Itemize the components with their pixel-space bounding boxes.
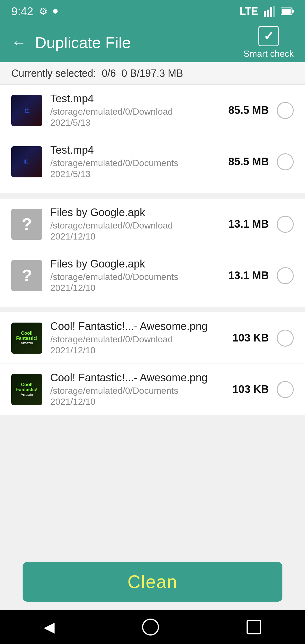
file-path: /storage/emulated/0/Download xyxy=(50,334,216,345)
header: ← Duplicate File Smart check xyxy=(0,23,305,62)
file-path: /storage/emulated/0/Documents xyxy=(50,158,216,168)
file-path: /storage/emulated/0/Documents xyxy=(50,386,216,396)
file-group-2: ? Files by Google.apk /storage/emulated/… xyxy=(0,199,305,301)
file-size: 103 KB xyxy=(224,383,269,395)
battery-icon xyxy=(281,7,294,15)
file-name: Cool! Fantastic!...- Awesome.png xyxy=(50,372,216,384)
awesome-thumb: Cool! Fantastic! Amazin xyxy=(11,323,42,354)
lte-label: LTE xyxy=(240,5,258,17)
svg-rect-1 xyxy=(267,10,269,17)
signal-icon xyxy=(264,6,275,17)
awesome-thumb-title2: Fantastic! xyxy=(16,336,38,341)
awesome-thumb-title: Cool! xyxy=(21,331,33,336)
settings-icon: ⚙ xyxy=(39,6,47,17)
file-list: 社 Test.mp4 /storage/emulated/0/Download … xyxy=(0,85,305,415)
list-item[interactable]: Cool! Fantastic! Amazin Cool! Fantastic!… xyxy=(0,312,305,364)
file-path: /storage/emulated/0/Documents xyxy=(50,272,216,282)
selection-label: Currently selected: xyxy=(11,68,96,79)
selection-count: 0/6 xyxy=(102,68,116,79)
page-title: Duplicate File xyxy=(35,33,131,52)
file-checkbox[interactable] xyxy=(277,216,294,233)
nav-bar: ◀ xyxy=(0,610,305,644)
file-date: 2021/12/10 xyxy=(50,345,216,356)
file-checkbox[interactable] xyxy=(277,267,294,284)
file-info: Cool! Fantastic!...- Awesome.png /storag… xyxy=(50,372,216,407)
file-date: 2021/5/13 xyxy=(50,118,216,128)
smart-check-button[interactable]: Smart check xyxy=(243,26,294,59)
file-checkbox[interactable] xyxy=(277,381,294,398)
file-info: Test.mp4 /storage/emulated/0/Documents 2… xyxy=(50,144,216,179)
file-info: Files by Google.apk /storage/emulated/0/… xyxy=(50,258,216,293)
file-name: Files by Google.apk xyxy=(50,206,216,219)
file-date: 2021/12/10 xyxy=(50,283,216,293)
svg-rect-2 xyxy=(270,7,272,17)
header-left: ← Duplicate File xyxy=(11,33,131,52)
status-bar-left: 9:42 ⚙ xyxy=(11,5,58,18)
file-checkbox[interactable] xyxy=(277,153,294,170)
status-time: 9:42 xyxy=(11,5,33,18)
awesome-thumb-title: Cool! xyxy=(21,382,33,387)
group-separator xyxy=(0,307,305,312)
nav-recent-button[interactable] xyxy=(247,620,261,634)
file-thumbnail-unknown: ? xyxy=(11,209,42,240)
file-name: Files by Google.apk xyxy=(50,258,216,270)
file-thumbnail-unknown: ? xyxy=(11,260,42,291)
file-name: Cool! Fantastic!...- Awesome.png xyxy=(50,320,216,332)
list-item[interactable]: ? Files by Google.apk /storage/emulated/… xyxy=(0,199,305,250)
file-size: 103 KB xyxy=(224,332,269,344)
file-date: 2021/12/10 xyxy=(50,397,216,407)
file-size: 13.1 MB xyxy=(224,269,269,282)
clean-button[interactable]: Clean xyxy=(23,562,282,602)
file-path: /storage/emulated/0/Download xyxy=(50,106,216,117)
back-button[interactable]: ← xyxy=(11,34,27,51)
list-item[interactable]: 社 Test.mp4 /storage/emulated/0/Download … xyxy=(0,85,305,136)
smart-check-icon xyxy=(258,26,279,46)
list-item[interactable]: Cool! Fantastic! Amazin Cool! Fantastic!… xyxy=(0,364,305,415)
file-group-3: Cool! Fantastic! Amazin Cool! Fantastic!… xyxy=(0,312,305,415)
file-info: Cool! Fantastic!...- Awesome.png /storag… xyxy=(50,320,216,356)
file-checkbox[interactable] xyxy=(277,330,294,347)
svg-rect-3 xyxy=(273,6,275,17)
file-path: /storage/emulated/0/Download xyxy=(50,220,216,231)
file-size: 13.1 MB xyxy=(224,218,269,230)
file-date: 2021/12/10 xyxy=(50,231,216,242)
awesome-thumb-title2: Fantastic! xyxy=(16,387,38,392)
unknown-thumb-icon: ? xyxy=(22,266,32,285)
file-size: 85.5 MB xyxy=(224,104,269,116)
video-thumb: 社 xyxy=(11,146,42,177)
file-thumbnail-video: 社 xyxy=(11,146,42,177)
file-size: 85.5 MB xyxy=(224,156,269,168)
notification-dot xyxy=(53,9,58,14)
bottom-area: Clean ◀ xyxy=(0,554,305,644)
file-info: Test.mp4 /storage/emulated/0/Download 20… xyxy=(50,93,216,128)
selection-bar: Currently selected: 0/6 0 B/197.3 MB xyxy=(0,62,305,85)
video-thumb: 社 xyxy=(11,95,42,126)
awesome-thumb: Cool! Fantastic! Amazin xyxy=(11,374,42,405)
group-separator xyxy=(0,193,305,199)
file-thumbnail-awesome: Cool! Fantastic! Amazin xyxy=(11,323,42,354)
file-thumbnail-video: 社 xyxy=(11,95,42,126)
unknown-thumb-icon: ? xyxy=(22,214,32,234)
nav-back-button[interactable]: ◀ xyxy=(44,619,55,635)
file-date: 2021/5/13 xyxy=(50,169,216,179)
clean-btn-wrapper: Clean xyxy=(0,554,305,610)
spacer xyxy=(0,421,305,511)
file-group-1: 社 Test.mp4 /storage/emulated/0/Download … xyxy=(0,85,305,187)
nav-home-button[interactable] xyxy=(142,619,159,636)
file-info: Files by Google.apk /storage/emulated/0/… xyxy=(50,206,216,242)
awesome-thumb-sub: Amazin xyxy=(21,341,33,345)
status-bar-right: LTE xyxy=(240,5,294,17)
selection-size: 0 B/197.3 MB xyxy=(121,68,183,79)
smart-check-label: Smart check xyxy=(243,49,294,59)
status-bar: 9:42 ⚙ LTE xyxy=(0,0,305,23)
list-item[interactable]: 社 Test.mp4 /storage/emulated/0/Documents… xyxy=(0,136,305,187)
file-checkbox[interactable] xyxy=(277,102,294,119)
svg-rect-0 xyxy=(264,11,266,17)
svg-rect-6 xyxy=(282,9,291,14)
list-item[interactable]: ? Files by Google.apk /storage/emulated/… xyxy=(0,250,305,301)
file-thumbnail-awesome: Cool! Fantastic! Amazin xyxy=(11,374,42,405)
file-name: Test.mp4 xyxy=(50,93,216,105)
awesome-thumb-sub: Amazin xyxy=(21,392,33,397)
file-name: Test.mp4 xyxy=(50,144,216,156)
svg-rect-5 xyxy=(292,10,294,13)
